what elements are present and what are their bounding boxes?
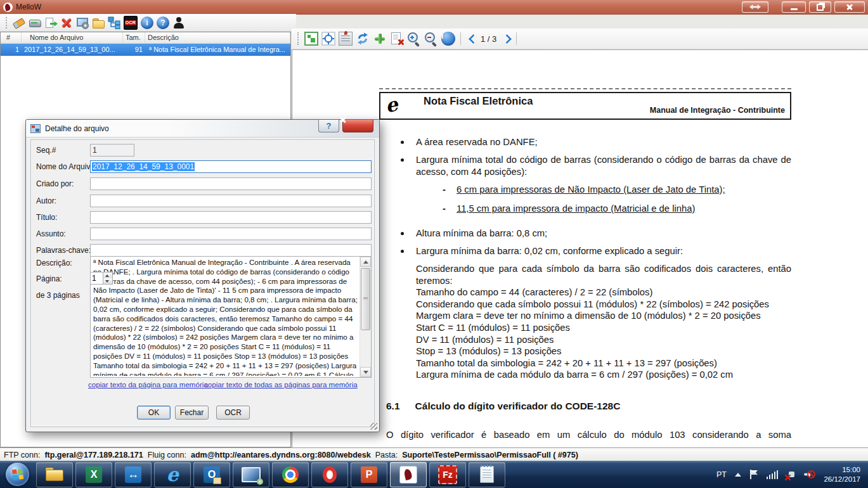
filename-field[interactable]: 2017_12_26_14_59_13_0001 <box>90 160 372 173</box>
chrome-icon <box>282 466 299 483</box>
title-field[interactable] <box>90 211 372 224</box>
dialog-window-buttons: ? <box>318 120 373 132</box>
taskbar-powerpoint[interactable]: P <box>351 462 387 487</box>
fechar-button[interactable]: Fechar <box>175 406 209 420</box>
file-detail-dialog: Detalhe do arquivo ? Seq.# Nome do Arqui… <box>25 119 380 432</box>
copy-page-text-link[interactable]: copiar texto da página para memória <box>88 380 208 388</box>
erase-icon[interactable] <box>13 16 25 29</box>
taskbar-excel[interactable]: X <box>75 462 112 487</box>
minimize-button[interactable] <box>782 1 806 13</box>
fit-center-icon[interactable] <box>321 32 335 46</box>
page-info-icon[interactable]: i <box>441 32 455 46</box>
network-signal-icon[interactable] <box>767 470 779 479</box>
taskbar-mellow-active[interactable] <box>390 462 427 487</box>
previous-page-button[interactable] <box>466 33 476 44</box>
bullet-item: A área reservada no DANFE; <box>379 136 791 148</box>
paragraph-line: Tamanho total da simbologia = 242 + 20 +… <box>416 357 791 369</box>
volume-muted-icon[interactable] <box>804 470 815 479</box>
paragraph-line: Considerando que cada símbolo possui 11 … <box>416 299 791 311</box>
next-page-button[interactable] <box>501 33 511 44</box>
taskbar-chrome[interactable] <box>272 462 309 487</box>
taskbar-windows-explorer[interactable] <box>36 462 73 487</box>
bullet-item: Largura mínima da barra: 0,02 cm, confor… <box>379 245 791 257</box>
restore-button[interactable] <box>809 1 831 13</box>
triangle-up-icon <box>363 260 368 264</box>
taskbar-outlook[interactable]: O <box>193 462 230 487</box>
section-number: 6.1 <box>386 400 400 412</box>
close-button[interactable] <box>834 1 865 13</box>
file-row-number: 1 <box>1 46 22 53</box>
taskbar-opera[interactable] <box>311 462 348 487</box>
open-folder-icon[interactable] <box>92 16 105 29</box>
scan-icon[interactable] <box>29 16 41 29</box>
taskbar-filezilla[interactable]: Fz <box>429 462 466 487</box>
zoom-out-icon[interactable] <box>424 32 438 46</box>
annotations-icon[interactable] <box>339 32 353 46</box>
description-scrollbar[interactable] <box>360 257 371 377</box>
language-indicator[interactable]: PT <box>716 470 727 479</box>
help-icon[interactable]: ? <box>157 16 169 29</box>
layout-toggle-button[interactable] <box>742 1 768 13</box>
page-number-field[interactable] <box>91 273 102 284</box>
thumbnails-icon[interactable] <box>304 32 318 46</box>
file-row-selected[interactable]: 1 2017_12_26_14_59_13_00... 91 ª Nota Fi… <box>1 44 290 56</box>
fluig-conn-value: adm@http://eantares.dyndns.org:8080/webd… <box>191 451 371 459</box>
author-field[interactable] <box>90 195 372 207</box>
page-spinner[interactable] <box>90 272 113 285</box>
column-header-size[interactable]: Tam. <box>123 32 145 43</box>
taskbar-internet-explorer[interactable]: e <box>154 462 191 487</box>
dialog-close-button[interactable] <box>342 120 373 132</box>
file-row-description: ª Nota Fiscal Eletrônica Manual de Integ… <box>145 46 290 53</box>
description-field[interactable]: ª Nota Fiscal Eletrônica Manual de Integ… <box>90 256 372 378</box>
sub-item: 6 cm para impressoras de Não Impacto (La… <box>379 184 791 196</box>
screen-settings-icon[interactable] <box>76 16 89 29</box>
windows-flag-icon <box>12 468 23 480</box>
scrollbar-thumb[interactable] <box>361 268 370 330</box>
viewer-toolbar: i 1 / 3 <box>292 29 868 49</box>
scroll-up-button[interactable] <box>360 257 371 267</box>
column-header-number[interactable]: # <box>1 32 22 43</box>
info-icon[interactable]: i <box>141 16 153 29</box>
ocr-button[interactable]: OCR <box>216 406 250 420</box>
add-page-icon[interactable] <box>373 32 387 46</box>
zoom-in-icon[interactable] <box>407 32 421 46</box>
excel-icon: X <box>86 466 102 483</box>
tree-structure-icon[interactable] <box>108 16 120 29</box>
start-button[interactable] <box>6 463 29 486</box>
triangle-down-icon <box>363 371 368 374</box>
taskbar-clock[interactable]: 15:00 26/12/2017 <box>824 465 860 484</box>
show-hidden-icons-button[interactable] <box>735 473 741 477</box>
paragraph-line: Largura mínima de cada módulo da barra =… <box>416 369 791 381</box>
created-by-field[interactable] <box>90 177 372 190</box>
refresh-icon[interactable] <box>356 32 370 46</box>
remote-desktop-icon <box>242 467 261 482</box>
remove-page-icon[interactable] <box>390 32 404 46</box>
document-paragraph: Considerando que para cada símbolo da ba… <box>379 263 791 381</box>
mellow-icon <box>399 466 417 484</box>
handle <box>432 41 437 46</box>
clock-time: 15:00 <box>842 465 860 474</box>
taskbar-remote-desktop[interactable] <box>233 462 269 487</box>
column-header-description[interactable]: Descrição <box>145 32 290 43</box>
subject-field[interactable] <box>90 228 372 240</box>
action-center-flag-icon[interactable] <box>749 470 758 479</box>
title-bar[interactable]: MelloW <box>0 0 868 15</box>
mellow-logo-icon <box>3 3 13 12</box>
ftp-conn-label: FTP conn: <box>4 451 40 459</box>
ocr-icon[interactable]: OCR <box>124 16 138 30</box>
restore-icon <box>817 4 824 11</box>
scroll-down-button[interactable] <box>360 367 371 377</box>
taskbar-teamviewer[interactable]: ↔ <box>115 462 152 487</box>
ok-button[interactable]: OK <box>137 406 171 420</box>
delete-icon[interactable] <box>60 16 73 29</box>
spin-down-button[interactable] <box>103 278 112 284</box>
export-icon[interactable] <box>44 16 57 29</box>
taskbar-notepad[interactable] <box>469 462 505 487</box>
dialog-help-button[interactable]: ? <box>318 120 339 132</box>
power-disconnected-icon[interactable] <box>786 470 796 479</box>
keywords-field[interactable] <box>90 244 372 257</box>
copy-all-pages-text-link[interactable]: copiar texto de todas as páginas para me… <box>204 380 358 388</box>
column-header-name[interactable]: Nome do Arquivo <box>22 32 123 43</box>
resize-grip[interactable] <box>370 423 377 430</box>
user-support-icon[interactable] <box>172 16 185 29</box>
